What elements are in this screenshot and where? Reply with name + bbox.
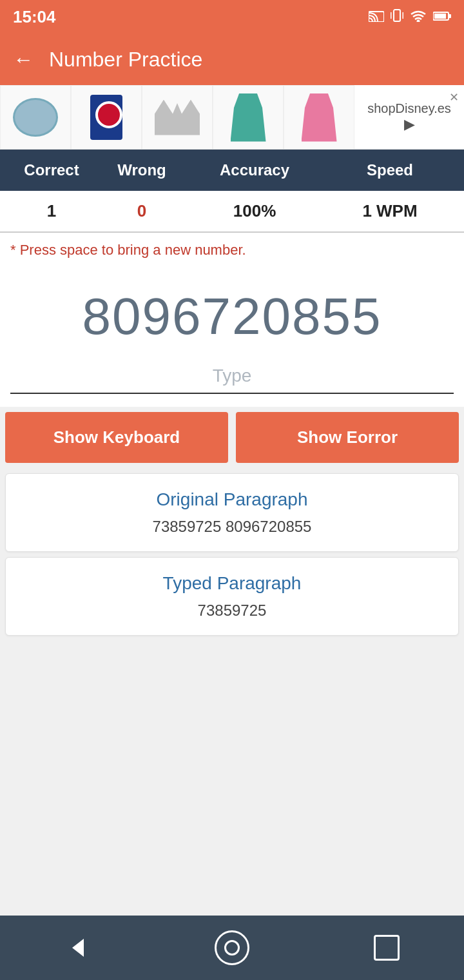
svg-point-4: [417, 19, 420, 22]
svg-marker-8: [72, 939, 84, 957]
home-inner-circle: [224, 940, 240, 956]
home-circle-icon: [215, 930, 249, 965]
show-error-button[interactable]: Show Eorror: [236, 412, 459, 463]
typed-paragraph-text: 73859725: [19, 602, 445, 620]
costume-crown: [155, 100, 200, 135]
costume-pink-dress: [302, 93, 337, 142]
ad-brand-text: shopDisney.es: [367, 101, 451, 116]
ad-image-5: [284, 85, 354, 150]
app-title: Number Practice: [49, 48, 202, 72]
stats-table: Correct Wrong Accuracy Speed 1 0 100% 1 …: [0, 150, 464, 233]
original-paragraph-text: 73859725 8096720855: [19, 518, 445, 536]
svg-rect-1: [394, 10, 400, 21]
recents-nav-button[interactable]: [367, 928, 406, 967]
header-wrong: Wrong: [97, 161, 187, 179]
value-wrong: 0: [97, 201, 187, 221]
stats-header: Correct Wrong Accuracy Speed: [0, 150, 464, 191]
stats-values: 1 0 100% 1 WPM: [0, 191, 464, 233]
wifi-icon: [410, 9, 427, 25]
status-bar: 15:04: [0, 0, 464, 34]
header-accuracy: Accuracy: [187, 161, 322, 179]
ad-image-3: [142, 85, 213, 150]
svg-rect-7: [449, 14, 451, 18]
typed-paragraph-card: Typed Paragraph 73859725: [5, 557, 459, 636]
number-display: 8096720855: [0, 268, 464, 353]
ad-images: [0, 85, 354, 149]
svg-rect-6: [434, 14, 446, 19]
ad-image-2: [71, 85, 142, 150]
buttons-row: Show Keyboard Show Eorror: [0, 407, 464, 468]
ad-info: shopDisney.es ▶: [354, 96, 464, 138]
ad-close-button[interactable]: ✕: [449, 90, 459, 104]
costume-captain: [90, 95, 122, 140]
back-nav-button[interactable]: [58, 928, 97, 967]
back-button[interactable]: ←: [13, 48, 34, 72]
header-speed: Speed: [322, 161, 458, 179]
battery-icon: [433, 10, 451, 24]
original-paragraph-title: Original Paragraph: [19, 489, 445, 510]
type-input[interactable]: [10, 359, 454, 394]
costume-headband: [13, 98, 58, 137]
hint-text: * Press space to bring a new number.: [0, 233, 464, 268]
typed-paragraph-title: Typed Paragraph: [19, 573, 445, 594]
value-accuracy: 100%: [187, 201, 322, 221]
cast-icon: [369, 9, 384, 25]
status-icons: [369, 8, 451, 26]
show-keyboard-button[interactable]: Show Keyboard: [5, 412, 228, 463]
main-content: * Press space to bring a new number. 809…: [0, 233, 464, 916]
ad-arrow-icon: ▶: [404, 116, 415, 133]
nav-bar: [0, 916, 464, 980]
ad-image-4: [213, 85, 284, 150]
vibrate-icon: [391, 8, 403, 26]
home-nav-button[interactable]: [213, 928, 251, 967]
ad-image-1: [0, 85, 71, 150]
ad-banner: shopDisney.es ▶ ✕: [0, 85, 464, 150]
app-bar: ← Number Practice: [0, 34, 464, 85]
costume-green-dress: [231, 93, 266, 142]
header-correct: Correct: [6, 161, 97, 179]
type-area: [0, 353, 464, 407]
value-speed: 1 WPM: [322, 201, 458, 221]
value-correct: 1: [6, 201, 97, 221]
status-time: 15:04: [13, 7, 56, 27]
recents-square-icon: [374, 935, 400, 961]
current-number: 8096720855: [10, 287, 454, 346]
original-paragraph-card: Original Paragraph 73859725 8096720855: [5, 473, 459, 552]
